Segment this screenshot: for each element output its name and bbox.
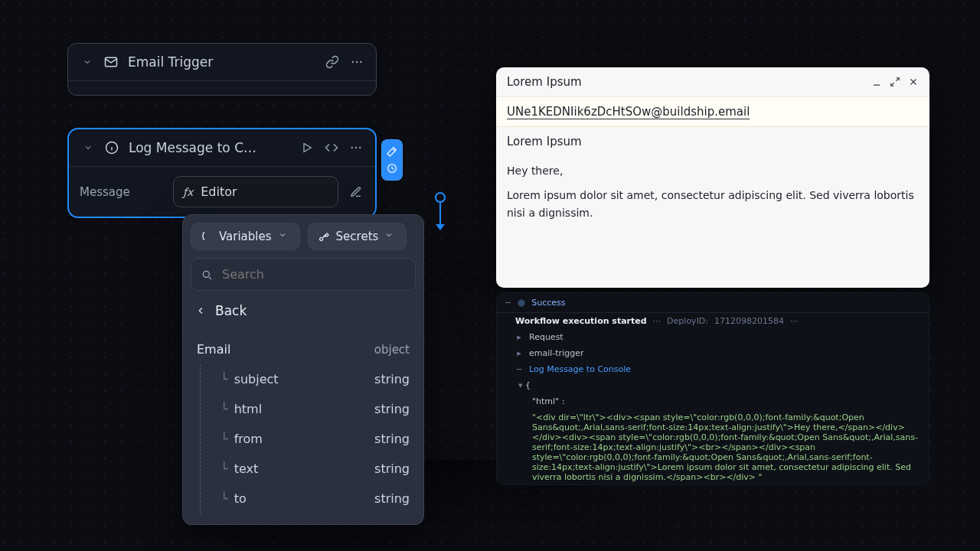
deploy-id: 1712098201584 — [714, 316, 784, 326]
node-quick-actions[interactable] — [381, 139, 403, 181]
variable-child[interactable]: └fromstring — [214, 424, 416, 454]
svg-point-9 — [355, 147, 357, 148]
svg-point-2 — [356, 61, 358, 63]
collapse-all-icon[interactable]: − — [505, 298, 511, 308]
search-icon — [201, 269, 213, 281]
variable-name: Email — [197, 342, 230, 357]
console-request[interactable]: Request — [529, 332, 564, 342]
edit-icon[interactable] — [348, 184, 364, 201]
chevron-down-icon — [278, 230, 290, 243]
secrets-label: Secrets — [336, 230, 379, 243]
console-log-link[interactable]: Log Message to Console — [529, 364, 631, 374]
key-icon — [318, 230, 330, 243]
more-icon[interactable] — [350, 55, 364, 69]
fx-icon: ƒx — [183, 186, 193, 198]
variable-child-name: from — [234, 432, 263, 446]
code-icon[interactable] — [325, 141, 338, 155]
deploy-id-label: DeployID: — [667, 316, 708, 326]
email-subject: Lorem Ipsum — [496, 127, 929, 156]
execution-console[interactable]: − Success Workflow execution started ···… — [496, 292, 929, 485]
back-label: Back — [215, 303, 247, 318]
variable-child-name: subject — [234, 372, 279, 386]
editor-label: Editor — [201, 184, 237, 199]
variable-type: object — [374, 343, 410, 357]
run-icon[interactable] — [300, 141, 314, 155]
console-email-trigger[interactable]: email-trigger — [529, 348, 583, 358]
node-title: Email Trigger — [128, 54, 316, 70]
variable-child-name: text — [234, 461, 259, 476]
braces-icon — [201, 230, 213, 243]
expand-icon[interactable]: ▸ — [515, 332, 523, 342]
variables-label: Variables — [219, 230, 272, 243]
status-dot — [518, 299, 525, 307]
node-title: Log Message to C… — [129, 140, 291, 155]
email-body-text: Lorem ipsum dolor sit amet, consectetur … — [507, 187, 919, 221]
info-icon — [104, 140, 119, 155]
variable-child-name: html — [234, 402, 262, 416]
window-title: Lorem Ipsum — [507, 75, 582, 89]
deploy-sep2: ··· — [790, 316, 799, 326]
svg-point-1 — [352, 61, 354, 63]
message-editor[interactable]: ƒx Editor — [173, 176, 338, 207]
variables-tab[interactable]: Variables — [191, 223, 300, 250]
chevron-left-icon — [195, 305, 206, 316]
collapse-toggle[interactable] — [81, 141, 95, 155]
variable-child-type: string — [374, 491, 410, 506]
minimize-icon[interactable] — [871, 77, 882, 87]
mail-icon — [103, 54, 119, 70]
deploy-sep: ··· — [653, 316, 662, 326]
json-val-html: "<div dir=\"ltr\"><div><span style=\"col… — [532, 412, 918, 482]
email-preview-window[interactable]: Lorem Ipsum UNe1KEDNIik6zDcHtSOw@buildsh… — [496, 67, 929, 288]
svg-marker-7 — [304, 144, 311, 152]
node-email-trigger[interactable]: Email Trigger — [67, 43, 377, 96]
variable-child[interactable]: └tostring — [214, 484, 416, 514]
svg-line-16 — [896, 78, 899, 81]
email-greeting: Hey there, — [507, 162, 919, 179]
variable-child[interactable]: └subjectstring — [214, 364, 416, 394]
node-log-message[interactable]: Log Message to C… Message ƒx Editor — [67, 128, 377, 218]
variable-child-type: string — [374, 432, 410, 446]
svg-point-12 — [319, 237, 322, 240]
email-to: UNe1KEDNIik6zDcHtSOw@buildship.email — [496, 97, 929, 127]
collapse-toggle[interactable] — [80, 55, 94, 69]
svg-line-14 — [209, 277, 211, 279]
expand-icon[interactable]: ▸ — [515, 348, 523, 358]
variables-search[interactable] — [191, 258, 416, 291]
variable-child[interactable]: └textstring — [214, 454, 416, 484]
variable-child-type: string — [374, 402, 410, 416]
expand-icon[interactable] — [890, 77, 900, 87]
collapse-icon[interactable]: − — [515, 364, 523, 374]
svg-point-10 — [359, 147, 361, 148]
svg-point-3 — [360, 61, 361, 63]
status-label: Success — [531, 298, 565, 308]
variable-child[interactable]: └htmlstring — [214, 394, 416, 424]
variables-panel[interactable]: Variables Secrets Back Email obj — [182, 214, 424, 525]
variable-root[interactable]: Email object — [191, 334, 416, 364]
svg-point-8 — [351, 147, 353, 148]
variable-child-type: string — [374, 461, 410, 476]
close-icon[interactable] — [908, 77, 919, 87]
link-icon[interactable] — [325, 55, 339, 69]
json-key-html: "html" : — [532, 396, 564, 406]
magic-wand-icon[interactable] — [386, 145, 398, 158]
svg-point-13 — [203, 271, 209, 277]
more-icon[interactable] — [349, 141, 363, 155]
search-input[interactable] — [220, 266, 406, 282]
exec-started: Workflow execution started — [515, 316, 647, 326]
chevron-down-icon — [384, 230, 397, 243]
node-body-empty — [68, 81, 376, 95]
message-label: Message — [80, 185, 164, 199]
svg-line-17 — [891, 83, 894, 86]
variable-child-name: to — [234, 491, 247, 506]
clock-icon[interactable] — [386, 162, 398, 174]
secrets-tab[interactable]: Secrets — [308, 223, 407, 250]
flow-connector — [439, 187, 441, 218]
variable-child-type: string — [374, 372, 410, 386]
variables-back[interactable]: Back — [183, 298, 423, 328]
